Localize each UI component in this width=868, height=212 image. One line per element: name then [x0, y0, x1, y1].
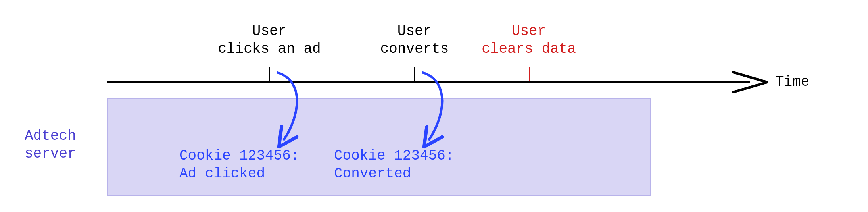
arrow-convert-to-server-icon: [415, 69, 463, 145]
axis-label-time: Time: [775, 73, 809, 91]
event-label-clear: User clears data: [479, 22, 578, 58]
event-label-click: User clicks an ad: [212, 22, 327, 58]
adtech-server-label: Adtech server: [25, 127, 76, 163]
server-entry-click: Cookie 123456: Ad clicked: [179, 147, 299, 183]
event-label-convert: User converts: [379, 22, 450, 58]
timeline-arrowhead-icon: [732, 71, 769, 94]
server-entry-convert: Cookie 123456: Converted: [334, 147, 454, 183]
diagram-stage: User clicks an ad User converts User cle…: [0, 0, 868, 212]
arrow-click-to-server-icon: [270, 69, 317, 145]
tick-clear: [529, 67, 530, 81]
